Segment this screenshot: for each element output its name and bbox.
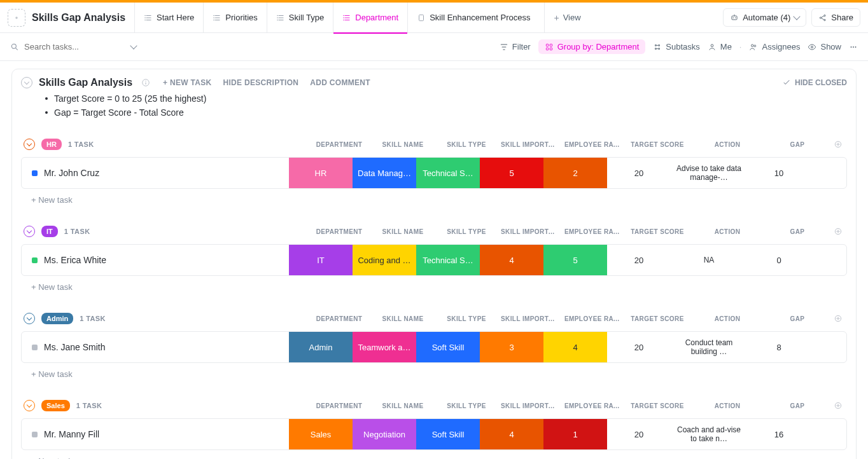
hide-closed-button[interactable]: HIDE CLOSED [782,78,847,87]
cell-target[interactable]: 20 [607,158,671,188]
cell-action[interactable]: Conduct team building … [671,332,747,362]
space-icon[interactable] [8,9,25,27]
new-task-row[interactable]: + New task [21,189,847,205]
column-header[interactable]: GAP [766,228,829,235]
subtasks-button[interactable]: Subtasks [653,42,699,51]
cell[interactable]: Soft Skill [416,332,480,362]
collapse-group-button[interactable] [24,139,35,150]
task-name[interactable]: Ms. Jane Smith [44,342,105,352]
add-column-button[interactable] [829,227,847,236]
cell-action[interactable]: Coach and ad-vise to take n… [671,419,747,449]
status-square[interactable] [32,257,38,263]
assignees-button[interactable]: Assignees [749,42,800,51]
new-task-row[interactable]: + New task [21,363,847,379]
column-header[interactable]: DEPARTMENT [307,402,371,409]
column-header[interactable]: TARGET SCORE [626,228,689,235]
column-header[interactable]: DEPARTMENT [307,228,371,235]
cell[interactable]: 5 [543,245,607,275]
column-header[interactable]: EMPLOYEE RATI… [562,402,626,409]
collapse-group-button[interactable] [24,400,35,411]
tab-department[interactable]: Department [333,3,407,33]
collapse-panel-button[interactable] [21,77,32,88]
groupby-button[interactable]: Group by: Department [538,39,646,54]
column-header[interactable]: SKILL IMPORTAN… [498,141,562,148]
cell[interactable]: HR [289,158,353,188]
column-header[interactable]: DEPARTMENT [307,141,371,148]
column-header[interactable]: SKILL NAME [371,141,435,148]
cell[interactable]: Admin [289,332,353,362]
cell[interactable]: 4 [480,419,543,449]
cell[interactable]: 2 [543,158,607,188]
column-header[interactable]: SKILL TYPE [435,402,498,409]
cell[interactable]: 5 [480,158,543,188]
task-row[interactable]: Mr. John CruzHRData Manag…Technical S…52… [21,157,847,189]
column-header[interactable]: TARGET SCORE [626,141,689,148]
column-header[interactable]: GAP [766,315,829,322]
add-view-button[interactable]: + View [544,3,589,33]
group-badge[interactable]: HR [41,139,62,150]
column-header[interactable]: GAP [766,141,829,148]
column-header[interactable]: SKILL IMPORTAN… [498,315,562,322]
filter-button[interactable]: Filter [500,42,531,51]
column-header[interactable]: TARGET SCORE [626,315,689,322]
cell[interactable]: Sales [289,419,353,449]
me-button[interactable]: Me [708,42,732,51]
column-header[interactable]: TARGET SCORE [626,402,689,409]
hide-description-button[interactable]: HIDE DESCRIPTION [223,78,298,87]
group-badge[interactable]: Admin [41,313,73,324]
status-square[interactable] [32,432,38,437]
add-comment-button[interactable]: ADD COMMENT [310,78,370,87]
add-column-button[interactable] [829,401,847,410]
cell-action[interactable]: NA [671,245,747,275]
new-task-row[interactable]: + New task [21,276,847,292]
add-column-button[interactable] [829,140,847,149]
new-task-row[interactable]: + New task [21,450,847,459]
task-name[interactable]: Mr. Manny Fill [44,429,99,439]
cell-gap[interactable]: 8 [747,332,811,362]
column-header[interactable]: SKILL NAME [371,315,435,322]
column-header[interactable]: EMPLOYEE RATI… [562,315,626,322]
cell[interactable]: 4 [543,332,607,362]
task-row[interactable]: Ms. Erica WhiteITCoding and …Technical S… [21,244,847,276]
cell[interactable]: Soft Skill [416,419,480,449]
status-square[interactable] [32,345,38,350]
column-header[interactable]: SKILL NAME [371,402,435,409]
status-square[interactable] [32,170,38,176]
column-header[interactable]: EMPLOYEE RATI… [562,228,626,235]
automate-button[interactable]: Automate (4) [723,8,806,27]
collapse-group-button[interactable] [24,226,35,237]
task-row[interactable]: Mr. Manny FillSalesNegotiationSoft Skill… [21,418,847,450]
cell[interactable]: IT [289,245,353,275]
column-header[interactable]: ACTION [689,141,766,148]
column-header[interactable]: DEPARTMENT [307,315,371,322]
task-row[interactable]: Ms. Jane SmithAdminTeamwork a…Soft Skill… [21,331,847,363]
column-header[interactable]: SKILL NAME [371,228,435,235]
more-button[interactable] [849,43,858,51]
cell-gap[interactable]: 0 [747,245,811,275]
cell[interactable]: Technical S… [416,158,480,188]
search-input[interactable] [24,42,126,51]
new-task-button[interactable]: + NEW TASK [163,78,211,87]
show-button[interactable]: Show [808,42,841,51]
task-name[interactable]: Mr. John Cruz [44,168,99,178]
add-column-button[interactable] [829,314,847,323]
tab-priorities[interactable]: Priorities [203,3,267,33]
cell-gap[interactable]: 10 [747,158,811,188]
cell[interactable]: Negotiation [353,419,416,449]
column-header[interactable]: SKILL IMPORTAN… [498,402,562,409]
group-badge[interactable]: Sales [41,400,70,411]
cell[interactable]: 1 [543,419,607,449]
cell[interactable]: 4 [480,245,543,275]
cell[interactable]: Teamwork a… [353,332,416,362]
group-badge[interactable]: IT [41,226,58,237]
cell[interactable]: Technical S… [416,245,480,275]
column-header[interactable]: ACTION [689,228,766,235]
info-icon[interactable] [141,78,150,87]
column-header[interactable]: SKILL TYPE [435,315,498,322]
tab-start-here[interactable]: Start Here [134,3,203,33]
column-header[interactable]: ACTION [689,315,766,322]
column-header[interactable]: SKILL TYPE [435,141,498,148]
cell[interactable]: Coding and … [353,245,416,275]
task-name[interactable]: Ms. Erica White [44,255,106,265]
column-header[interactable]: SKILL IMPORTAN… [498,228,562,235]
